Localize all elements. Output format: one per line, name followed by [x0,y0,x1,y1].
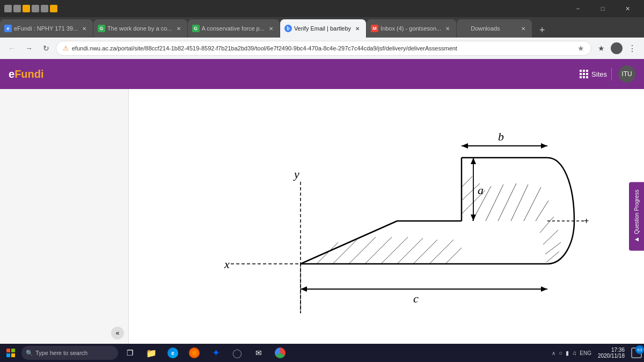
c-arrow-right [541,286,547,292]
tab-title-1: eFundi : NPHY 171 39... [14,25,78,32]
firefox-icon[interactable] [185,344,204,361]
tab-downloads[interactable]: ↓ Downloads ✕ [457,19,532,38]
tab-bartleby[interactable]: b Verify Email | bartleby ✕ [280,19,366,38]
svg-line-4 [381,237,408,264]
tab-inbox[interactable]: M Inbox (4) - gontseson... ✕ [367,19,456,38]
svg-rect-25 [11,353,15,357]
engineering-diagram: y x [199,104,574,329]
chrome-icon[interactable] [270,344,290,361]
close-button[interactable]: ✕ [615,0,640,17]
tab-title-2: The work done by a co... [107,25,172,32]
tab-favicon-5: M [371,25,378,32]
question-progress-tab[interactable]: Question Progress ▲ [629,182,644,251]
tab-favicon-6: ↓ [461,25,469,32]
minimize-button[interactable]: − [566,0,590,17]
battery-icon: ▮ [566,350,569,357]
speaker-icon: ♫ [572,350,576,356]
search-icon: 🔍 [26,350,33,357]
tab-workdone[interactable]: G The work done by a co... ✕ [93,19,187,38]
b-arrow-right [541,143,547,149]
tab-favicon-2: G [98,25,105,32]
sites-label: Sites [591,70,607,78]
svg-line-12 [511,184,528,221]
refresh-button[interactable]: ↻ [39,41,54,56]
task-view-button[interactable]: ❐ [120,344,140,361]
header-right: Sites ITU [575,65,635,83]
efundi-logo-text: Fundi [14,68,43,80]
menu-button[interactable]: ⋮ [625,41,640,56]
sites-button[interactable]: Sites [575,68,612,80]
right-curve [547,158,574,264]
tab-close-1[interactable]: ✕ [80,24,89,33]
tab-close-4[interactable]: ✕ [353,24,362,33]
svg-rect-23 [11,349,15,352]
back-button[interactable]: ← [4,41,19,56]
tab-close-2[interactable]: ✕ [174,24,183,33]
tab-close-6[interactable]: ✕ [519,24,528,33]
tab-close-3[interactable]: ✕ [267,24,275,33]
dropbox-icon[interactable]: ✦ [206,344,225,361]
tab-conservative[interactable]: G A conservative force p... ✕ [188,19,280,38]
svg-line-19 [543,230,558,245]
clock-area[interactable]: 17:36 2020/11/18 [598,347,625,359]
notification-icon: 63 [631,348,642,358]
start-button[interactable] [2,345,19,360]
extensions-button[interactable]: ★ [594,41,609,56]
title-bar: − □ ✕ [0,0,644,17]
taskbar-search[interactable]: 🔍 Type here to search [21,346,118,360]
sidebar-collapse-button[interactable]: « [111,327,124,339]
a-label: a [478,183,484,197]
svg-line-17 [536,201,548,221]
c-arrow-left [301,286,307,292]
chevron-up-icon[interactable]: ∧ [552,350,555,356]
windows-icon [6,349,15,357]
y-axis-label: y [293,167,299,181]
search-placeholder: Type here to search [35,350,87,356]
tab-title-3: A conservative force p... [202,25,265,32]
svg-rect-24 [6,353,10,357]
svg-line-16 [462,176,472,187]
tab-favicon-4: b [284,25,292,32]
file-explorer-icon[interactable]: 📁 [142,344,161,361]
tab-efundi[interactable]: e eFundi : NPHY 171 39... ✕ [0,19,93,38]
svg-line-1 [333,240,357,264]
svg-line-0 [317,242,338,264]
svg-line-18 [540,217,554,233]
notification-area[interactable]: 63 [631,348,642,358]
tab-favicon-3: G [192,25,200,32]
tab-title-4: Verify Email | bartleby [294,25,351,32]
network-icon: ○ [559,350,562,356]
clock-time: 17:36 [611,347,625,353]
a-arrow-bottom [471,215,476,221]
profile-button[interactable] [611,42,623,54]
nav-bar: ← → ↻ ⚠ efundi.nwu.ac.za/portal/site/88c… [0,38,644,59]
plus-marker: + [584,216,589,225]
svg-line-5 [397,238,423,264]
c-label: c [413,292,419,305]
forward-button[interactable]: → [21,41,36,56]
edge-icon[interactable]: e [163,344,182,361]
svg-line-8 [445,248,462,264]
new-tab-button[interactable]: + [535,23,550,38]
maximize-button[interactable]: □ [590,0,615,17]
b-arrow-left [462,143,468,149]
svg-line-7 [429,240,453,264]
security-icon: ⚠ [63,45,69,52]
unknown-icon[interactable]: ◯ [228,344,247,361]
content-area: y x [129,89,644,344]
x-axis-label: x [224,257,230,271]
mail-icon[interactable]: ✉ [249,344,268,361]
tab-title-6: Downloads [471,25,517,32]
url-text: efundi.nwu.ac.za/portal/site/88ccf214-1b… [72,45,574,51]
user-initials: ITU [621,70,632,78]
browser-window: − □ ✕ e eFundi : NPHY 171 39... ✕ G The … [0,0,644,362]
user-avatar[interactable]: ITU [618,65,635,83]
tab-bar: e eFundi : NPHY 171 39... ✕ G The work d… [0,17,644,38]
svg-line-14 [462,183,480,201]
tab-close-5[interactable]: ✕ [443,24,452,33]
bookmark-icon[interactable]: ★ [577,44,584,53]
tab-favicon-1: e [4,25,12,32]
title-bar-left [4,5,57,12]
address-bar[interactable]: ⚠ efundi.nwu.ac.za/portal/site/88ccf214-… [56,41,591,56]
lang-label: ENG [580,350,591,356]
